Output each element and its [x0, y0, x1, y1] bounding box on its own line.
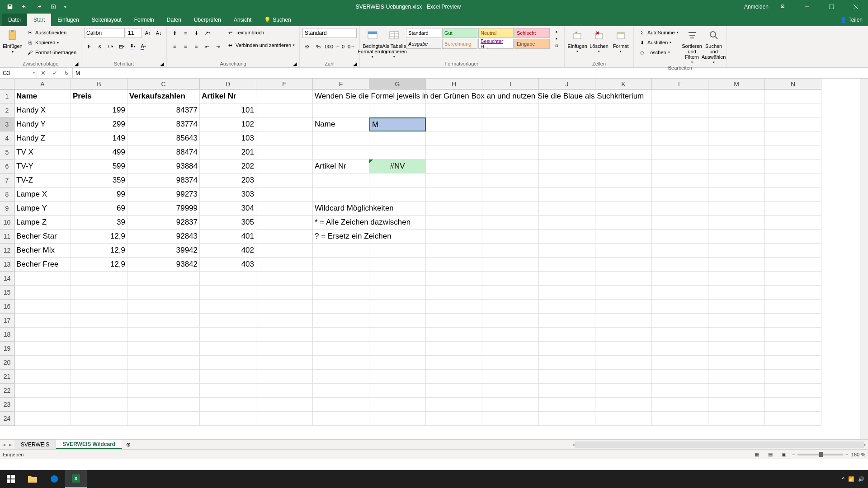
- cell-E19[interactable]: [256, 342, 313, 356]
- redo-button[interactable]: [33, 1, 45, 12]
- cell-E18[interactable]: [256, 328, 313, 342]
- row-header-13[interactable]: 13: [0, 258, 14, 272]
- cell-M24[interactable]: [708, 412, 765, 426]
- cell-B21[interactable]: [71, 370, 127, 384]
- cell-J2[interactable]: [539, 103, 595, 117]
- align-left-button[interactable]: ≡: [170, 42, 179, 52]
- cell-F14[interactable]: [313, 272, 369, 286]
- cell-F11[interactable]: ? = Ersetz ein Zeichen: [313, 230, 369, 244]
- cell-M6[interactable]: [708, 160, 765, 174]
- cell-C23[interactable]: [127, 398, 200, 412]
- cell-D5[interactable]: 201: [200, 145, 256, 160]
- cell-N23[interactable]: [765, 398, 821, 412]
- cell-H24[interactable]: [426, 412, 482, 426]
- cell-N6[interactable]: [765, 160, 821, 174]
- row-header-2[interactable]: 2: [0, 103, 14, 117]
- edge-button[interactable]: [43, 470, 65, 488]
- col-header-J[interactable]: J: [539, 79, 595, 89]
- row-header-8[interactable]: 8: [0, 188, 14, 202]
- styles-scroll-button[interactable]: ▾: [552, 35, 561, 42]
- cell-B22[interactable]: [71, 384, 127, 398]
- cell-M17[interactable]: [708, 314, 765, 328]
- row-header-1[interactable]: 1: [0, 89, 14, 103]
- cell-M21[interactable]: [708, 370, 765, 384]
- cell-I23[interactable]: [482, 398, 539, 412]
- cell-L15[interactable]: [652, 286, 708, 300]
- cell-H22[interactable]: [426, 384, 482, 398]
- format-cells-button[interactable]: Format▾: [611, 28, 631, 53]
- cell-C7[interactable]: 98374: [127, 174, 200, 188]
- bold-button[interactable]: F: [84, 42, 94, 52]
- cell-I12[interactable]: [482, 244, 539, 258]
- cell-K4[interactable]: [595, 131, 652, 145]
- cut-button[interactable]: ✂Ausschneiden: [24, 28, 78, 37]
- cell-F18[interactable]: [313, 328, 369, 342]
- cell-D16[interactable]: [200, 300, 256, 314]
- style-besucht[interactable]: Besuchter H...: [478, 39, 514, 49]
- file-explorer-button[interactable]: [22, 470, 43, 488]
- col-header-I[interactable]: I: [482, 79, 539, 89]
- cell-D20[interactable]: [200, 356, 256, 370]
- cell-C2[interactable]: 84377: [127, 103, 200, 117]
- cell-N22[interactable]: [765, 384, 821, 398]
- cell-K17[interactable]: [595, 314, 652, 328]
- cell-L4[interactable]: [652, 131, 708, 145]
- cell-F21[interactable]: [313, 370, 369, 384]
- cell-D13[interactable]: 403: [200, 258, 256, 272]
- col-header-D[interactable]: D: [200, 79, 256, 89]
- cell-A12[interactable]: Becher Mix: [14, 244, 71, 258]
- cell-L12[interactable]: [652, 244, 708, 258]
- row-header-14[interactable]: 14: [0, 272, 14, 286]
- cell-F7[interactable]: [313, 174, 369, 188]
- cell-C16[interactable]: [127, 300, 200, 314]
- cell-H13[interactable]: [426, 258, 482, 272]
- cell-M19[interactable]: [708, 342, 765, 356]
- cell-M9[interactable]: [708, 202, 765, 216]
- cell-N24[interactable]: [765, 412, 821, 426]
- cell-F8[interactable]: [313, 188, 369, 202]
- cell-N21[interactable]: [765, 370, 821, 384]
- cell-G19[interactable]: [369, 342, 426, 356]
- cell-N8[interactable]: [765, 188, 821, 202]
- cell-C17[interactable]: [127, 314, 200, 328]
- col-header-C[interactable]: C: [127, 79, 200, 89]
- row-header-23[interactable]: 23: [0, 398, 14, 412]
- sheet-tab-sverweis[interactable]: SVERWEIS: [14, 440, 56, 449]
- copy-button[interactable]: ⎘Kopieren▾: [24, 38, 78, 47]
- cell-I13[interactable]: [482, 258, 539, 272]
- cell-I20[interactable]: [482, 356, 539, 370]
- cell-J16[interactable]: [539, 300, 595, 314]
- cell-L9[interactable]: [652, 202, 708, 216]
- cell-N3[interactable]: [765, 117, 821, 131]
- cell-N12[interactable]: [765, 244, 821, 258]
- cell-N14[interactable]: [765, 272, 821, 286]
- cell-D8[interactable]: 303: [200, 188, 256, 202]
- cell-F16[interactable]: [313, 300, 369, 314]
- row-header-5[interactable]: 5: [0, 145, 14, 160]
- cell-J15[interactable]: [539, 286, 595, 300]
- cell-L21[interactable]: [652, 370, 708, 384]
- cell-H18[interactable]: [426, 328, 482, 342]
- cell-A20[interactable]: [14, 356, 71, 370]
- cell-L22[interactable]: [652, 384, 708, 398]
- cell-E1[interactable]: [256, 89, 313, 103]
- cell-N11[interactable]: [765, 230, 821, 244]
- cell-I15[interactable]: [482, 286, 539, 300]
- cell-G5[interactable]: [369, 145, 426, 160]
- col-header-H[interactable]: H: [426, 79, 482, 89]
- cell-K20[interactable]: [595, 356, 652, 370]
- cell-B9[interactable]: 69: [71, 202, 127, 216]
- cell-G24[interactable]: [369, 412, 426, 426]
- cell-D24[interactable]: [200, 412, 256, 426]
- cell-C22[interactable]: [127, 384, 200, 398]
- cell-H19[interactable]: [426, 342, 482, 356]
- cell-K7[interactable]: [595, 174, 652, 188]
- cell-G8[interactable]: [369, 188, 426, 202]
- cell-J13[interactable]: [539, 258, 595, 272]
- increase-decimal-button[interactable]: ←,0: [335, 42, 345, 52]
- cell-G16[interactable]: [369, 300, 426, 314]
- cell-A8[interactable]: Lampe X: [14, 188, 71, 202]
- cell-H6[interactable]: [426, 160, 482, 174]
- cell-E17[interactable]: [256, 314, 313, 328]
- cell-M13[interactable]: [708, 258, 765, 272]
